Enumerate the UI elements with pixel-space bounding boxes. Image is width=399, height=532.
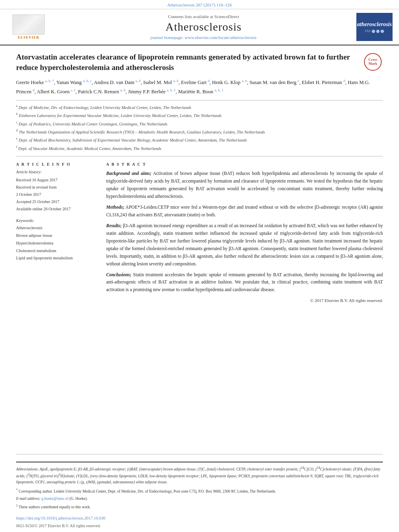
- background-label: Background and aims;: [106, 171, 151, 176]
- right-column: A B S T R A C T Background and aims; Act…: [106, 162, 383, 304]
- email-block: E-mail address: g.hoeke@lumc.nl (G. Hoek…: [16, 496, 383, 502]
- section-divider: [16, 454, 383, 454]
- fas-logo: FAS ⬤ ⬤ ⬤: [365, 29, 384, 33]
- article-history-label: Article history:: [16, 170, 97, 174]
- keyword-hypercholesterolemia: Hypercholesterolemia: [16, 240, 97, 247]
- article-dates: Received 10 August 2017 Received in revi…: [16, 177, 97, 213]
- abstract-background: Background and aims; Activation of brown…: [106, 170, 383, 200]
- affiliations-section: a Dept. of Medicine, Div. of Endocrinolo…: [16, 100, 383, 156]
- abbreviations-block: Abbreviations: ApoE, apolipoprotein E; β…: [16, 466, 383, 485]
- crossmark-badge[interactable]: CrossMark: [363, 52, 383, 72]
- svg-point-7: [19, 18, 22, 21]
- corresponding-author-block: * Corresponding author. Leiden Universit…: [16, 488, 383, 495]
- date-revised-label: Received in revised form: [16, 184, 97, 191]
- affiliation-d: d The Netherlands Organization of Applie…: [16, 128, 383, 136]
- affiliation-e: e Dept. of Medical Biochemistry, Subdivi…: [16, 136, 383, 144]
- keywords-list: Atherosclerosis Brown adipose tissue Hyp…: [16, 224, 97, 262]
- doi-line[interactable]: https://doi.org/10.1016/j.atherosclerosi…: [0, 512, 399, 524]
- copyright-notice: © 2017 Elsevier B.V. All rights reserved…: [106, 297, 383, 304]
- journal-right-logo: atherosclerosis FAS ⬤ ⬤ ⬤: [356, 13, 393, 41]
- issn-line: 0021-9150/© 2017 Elsevier B.V. All right…: [0, 524, 399, 532]
- affiliation-a: a Dept. of Medicine, Div. of Endocrinolo…: [16, 104, 383, 111]
- journal-reference: Atherosclerosis 267 (2017) 116–126: [167, 2, 232, 7]
- journal-header: ELSEVIER Contents lists available at Sci…: [0, 9, 399, 45]
- keyword-cholesterol: Cholesterol metabolism: [16, 247, 97, 255]
- svg-line-2: [21, 20, 29, 24]
- main-content: Atorvastatin accelerates clearance of li…: [0, 45, 399, 454]
- two-column-layout: A R T I C L E I N F O Article history: R…: [16, 162, 383, 304]
- abstract-results: Results; β3-AR agonism increased energy …: [106, 222, 383, 268]
- date-revised: 2 October 2017: [16, 191, 97, 198]
- atherosclerosis-icon: atherosclerosis: [357, 21, 392, 28]
- keyword-atherosclerosis: Atherosclerosis: [16, 224, 97, 232]
- email-link[interactable]: g.hoeke@lumc.nl: [41, 497, 68, 501]
- authors-list: Geerte Hoeke a, b, *, Yanan Wang a, b, c…: [16, 78, 383, 96]
- journal-center-info: Contents lists available at ScienceDirec…: [51, 14, 356, 40]
- svg-line-4: [23, 25, 29, 28]
- methods-label: Methods;: [106, 205, 124, 210]
- abstract-methods: Methods; APOE*3-Leiden.CETP mice were fe…: [106, 203, 383, 219]
- svg-line-5: [29, 27, 35, 29]
- left-column: A R T I C L E I N F O Article history: R…: [16, 162, 97, 304]
- keyword-bat: Brown adipose tissue: [16, 232, 97, 240]
- affiliation-c: c Dept. of Pediatrics, University Medica…: [16, 120, 383, 127]
- keywords-section: Keywords: Atherosclerosis Brown adipose …: [16, 218, 97, 262]
- date-online: Available online 26 October 2017: [16, 205, 97, 213]
- abstract-conclusions: Conclusions; Statin treatment accelerate…: [106, 271, 383, 294]
- svg-line-3: [29, 22, 37, 26]
- elsevier-tree-logo: [12, 14, 45, 35]
- date-accepted: Accepted 25 October 2017: [16, 198, 97, 205]
- svg-point-8: [35, 20, 38, 23]
- conclusions-label: Conclusions;: [106, 272, 132, 277]
- keyword-lipid: Lipid and lipoprotein metabolism: [16, 255, 97, 262]
- article-title-area: Atorvastatin accelerates clearance of li…: [16, 52, 383, 72]
- affiliation-b: b Einthoven Laboratory for Experimental …: [16, 112, 383, 119]
- crossmark-icon: CrossMark: [364, 53, 382, 71]
- contents-available-text: Contents lists available at ScienceDirec…: [168, 14, 239, 19]
- svg-point-6: [27, 16, 30, 19]
- equal-contribution-note: 1 These authors contributed equally to t…: [16, 503, 383, 510]
- elsevier-logo-area: ELSEVIER: [6, 14, 51, 39]
- svg-rect-0: [14, 16, 43, 34]
- results-label: Results;: [106, 223, 121, 228]
- journal-name: Atherosclerosis: [165, 21, 241, 33]
- abstract-body: Background and aims; Activation of brown…: [106, 170, 383, 304]
- svg-point-10: [33, 25, 36, 27]
- authors-text: Geerte Hoeke a, b, *, Yanan Wang a, b, c…: [16, 80, 370, 94]
- page: Atherosclerosis 267 (2017) 116–126: [0, 0, 399, 532]
- doi-url[interactable]: https://doi.org/10.1016/j.atherosclerosi…: [16, 516, 105, 520]
- issn-text: 0021-9150/© 2017 Elsevier B.V. All right…: [16, 524, 101, 528]
- footnote-section: Abbreviations: ApoE, apolipoprotein E; β…: [16, 462, 383, 512]
- abstract-heading: A B S T R A C T: [106, 162, 383, 166]
- abbreviations-label: Abbreviations:: [16, 467, 39, 471]
- journal-reference-bar: Atherosclerosis 267 (2017) 116–126: [0, 0, 399, 9]
- svg-point-9: [21, 23, 24, 25]
- keywords-label: Keywords:: [16, 218, 97, 223]
- affiliation-f: f Dept. of Vascular Medicine, Academic M…: [16, 145, 383, 152]
- journal-homepage[interactable]: journal homepage: www.elsevier.com/locat…: [150, 35, 257, 40]
- elsevier-brand-text: ELSEVIER: [18, 35, 39, 39]
- article-title-text: Atorvastatin accelerates clearance of li…: [16, 53, 350, 72]
- date-received: Received 10 August 2017: [16, 177, 97, 184]
- article-info-heading: A R T I C L E I N F O: [16, 162, 97, 166]
